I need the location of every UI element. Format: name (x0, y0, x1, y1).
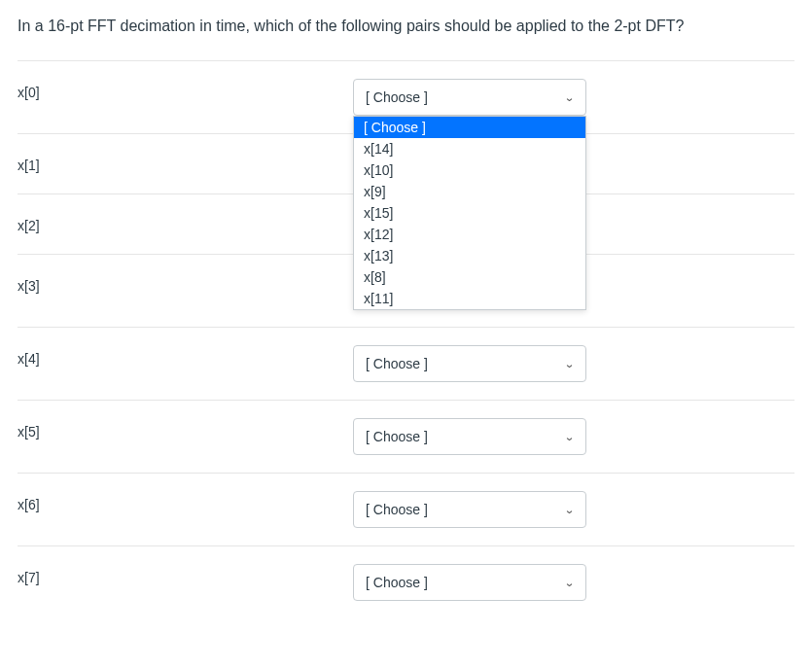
dropdown-option[interactable]: x[11] (354, 288, 585, 309)
chevron-down-icon: ⌄ (564, 504, 575, 516)
select-value: [ Choose ] (366, 89, 428, 105)
chevron-down-icon: ⌄ (564, 431, 575, 443)
select-box-5[interactable]: [ Choose ] ⌄ (353, 418, 586, 455)
match-control: [ Choose ] ⌄ [ Choose ] x[14] x[10] x[9]… (353, 79, 794, 116)
chevron-down-icon: ⌄ (564, 358, 575, 370)
select-value: [ Choose ] (366, 356, 428, 371)
select-box-0[interactable]: [ Choose ] ⌄ (353, 79, 586, 116)
dropdown-option[interactable]: x[10] (354, 159, 585, 181)
match-label: x[6] (18, 491, 353, 512)
dropdown-option[interactable]: x[13] (354, 245, 585, 266)
match-row: x[0] [ Choose ] ⌄ [ Choose ] x[14] x[10]… (18, 60, 794, 133)
match-label: x[3] (18, 272, 353, 294)
dropdown-option[interactable]: x[12] (354, 224, 585, 245)
dropdown-list: [ Choose ] x[14] x[10] x[9] x[15] x[12] … (353, 116, 586, 310)
match-label: x[1] (18, 152, 353, 173)
select-box-7[interactable]: [ Choose ] ⌄ (353, 564, 586, 601)
dropdown-option[interactable]: x[8] (354, 266, 585, 288)
dropdown-option[interactable]: x[9] (354, 181, 585, 202)
match-label: x[4] (18, 345, 353, 367)
dropdown-option[interactable]: x[15] (354, 202, 585, 224)
match-row: x[7] [ Choose ] ⌄ (18, 545, 794, 618)
match-row: x[6] [ Choose ] ⌄ (18, 473, 794, 545)
match-label: x[2] (18, 212, 353, 233)
dropdown-option[interactable]: x[14] (354, 138, 585, 159)
question-text: In a 16-pt FFT decimation in time, which… (18, 18, 794, 35)
chevron-down-icon: ⌄ (564, 577, 575, 589)
select-value: [ Choose ] (366, 429, 428, 444)
match-label: x[0] (18, 79, 353, 100)
dropdown-option[interactable]: [ Choose ] (354, 117, 585, 138)
select-box-6[interactable]: [ Choose ] ⌄ (353, 491, 586, 528)
match-row: x[4] [ Choose ] ⌄ (18, 327, 794, 400)
match-control: [ Choose ] ⌄ (353, 491, 794, 528)
match-label: x[5] (18, 418, 353, 439)
match-label: x[7] (18, 564, 353, 585)
select-box-4[interactable]: [ Choose ] ⌄ (353, 345, 586, 382)
match-row: x[5] [ Choose ] ⌄ (18, 400, 794, 473)
match-control: [ Choose ] ⌄ (353, 418, 794, 455)
match-control: [ Choose ] ⌄ (353, 345, 794, 382)
select-value: [ Choose ] (366, 575, 428, 590)
match-control: [ Choose ] ⌄ (353, 564, 794, 601)
select-value: [ Choose ] (366, 502, 428, 517)
chevron-down-icon: ⌄ (564, 91, 575, 104)
